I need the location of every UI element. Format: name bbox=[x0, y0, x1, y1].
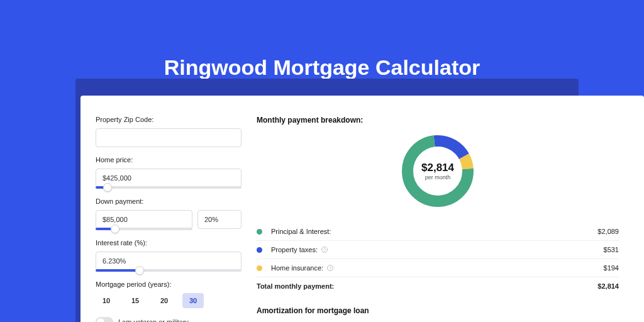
legend-value: $2,089 bbox=[597, 228, 619, 235]
legend-total-label: Total monthly payment: bbox=[257, 282, 334, 290]
legend-dot-icon bbox=[257, 229, 262, 235]
veteran-label: I am veteran or military bbox=[118, 318, 189, 322]
zip-label: Property Zip Code: bbox=[96, 116, 242, 123]
veteran-toggle[interactable] bbox=[96, 317, 113, 322]
legend-dot-icon bbox=[257, 247, 262, 253]
interest-rate-slider-thumb[interactable] bbox=[135, 266, 144, 275]
field-down-payment: Down payment: bbox=[96, 197, 242, 230]
donut-chart-wrap: $2,814 per month bbox=[257, 131, 619, 211]
legend-row: Property taxes:?$531 bbox=[257, 241, 619, 259]
field-mortgage-period: Mortgage period (years): 10152030 bbox=[96, 280, 242, 308]
legend-value: $531 bbox=[604, 246, 619, 253]
field-veteran: I am veteran or military bbox=[96, 317, 242, 322]
period-option-15[interactable]: 15 bbox=[125, 293, 146, 308]
period-option-30[interactable]: 30 bbox=[182, 293, 204, 308]
legend-label: Property taxes: bbox=[271, 246, 318, 253]
page-background: Ringwood Mortgage Calculator Property Zi… bbox=[0, 0, 644, 322]
down-payment-label: Down payment: bbox=[96, 197, 242, 205]
donut-center-sub: per month bbox=[425, 174, 451, 180]
field-home-price: Home price: bbox=[96, 156, 242, 189]
home-price-label: Home price: bbox=[96, 156, 242, 164]
interest-rate-label: Interest rate (%): bbox=[96, 239, 242, 247]
legend-total-row: Total monthly payment:$2,814 bbox=[257, 277, 619, 295]
down-payment-percent-input[interactable] bbox=[197, 210, 242, 229]
home-price-slider-thumb[interactable] bbox=[103, 183, 112, 192]
breakdown-panel: Monthly payment breakdown: $2,814 per mo… bbox=[257, 96, 644, 322]
down-payment-slider-thumb[interactable] bbox=[111, 225, 119, 233]
interest-rate-slider[interactable] bbox=[96, 269, 242, 272]
amortization-title: Amortization for mortgage loan bbox=[257, 306, 619, 315]
calculator-card: Property Zip Code: Home price: Down paym… bbox=[80, 96, 644, 322]
donut-chart: $2,814 per month bbox=[397, 131, 478, 211]
legend-total-value: $2,814 bbox=[597, 282, 619, 290]
legend: Principal & Interest:$2,089Property taxe… bbox=[257, 223, 619, 295]
home-price-input[interactable] bbox=[96, 169, 242, 187]
legend-dot-icon bbox=[257, 265, 262, 271]
interest-rate-input[interactable] bbox=[96, 252, 242, 270]
help-icon[interactable]: ? bbox=[327, 265, 333, 271]
period-option-20[interactable]: 20 bbox=[153, 293, 175, 308]
legend-row: Principal & Interest:$2,089 bbox=[257, 223, 619, 241]
down-payment-input[interactable] bbox=[96, 210, 192, 229]
amortization-section: Amortization for mortgage loan Amortizat… bbox=[257, 306, 619, 322]
legend-label: Principal & Interest: bbox=[271, 228, 331, 235]
zip-input[interactable] bbox=[96, 128, 242, 147]
help-icon[interactable]: ? bbox=[321, 247, 328, 253]
mortgage-period-segmented: 10152030 bbox=[96, 293, 242, 308]
inputs-panel: Property Zip Code: Home price: Down paym… bbox=[80, 96, 257, 322]
legend-row: Home insurance:?$194 bbox=[257, 259, 619, 277]
down-payment-slider[interactable] bbox=[96, 228, 192, 230]
page-title: Ringwood Mortgage Calculator bbox=[0, 55, 644, 80]
breakdown-title: Monthly payment breakdown: bbox=[257, 116, 619, 125]
mortgage-period-label: Mortgage period (years): bbox=[96, 280, 242, 288]
period-option-10[interactable]: 10 bbox=[96, 293, 117, 308]
legend-label: Home insurance: bbox=[271, 264, 323, 272]
toggle-knob bbox=[97, 318, 104, 322]
donut-center-amount: $2,814 bbox=[421, 162, 454, 174]
field-interest-rate: Interest rate (%): bbox=[96, 239, 242, 272]
field-zip: Property Zip Code: bbox=[96, 116, 242, 147]
legend-value: $194 bbox=[604, 264, 619, 272]
home-price-slider[interactable] bbox=[96, 186, 242, 189]
